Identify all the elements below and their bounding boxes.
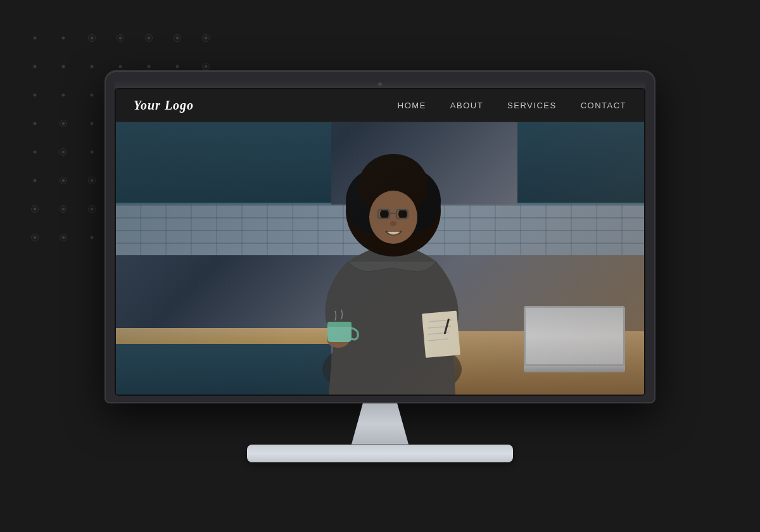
site-navbar: Your Logo HOME ABOUT SERVICES CONTACT xyxy=(116,89,644,122)
site-hero xyxy=(116,122,644,395)
nav-link-services[interactable]: SERVICES xyxy=(507,101,557,110)
nav-link-home[interactable]: HOME xyxy=(398,101,426,110)
nav-link-about[interactable]: ABOUT xyxy=(450,101,483,110)
hero-scene xyxy=(116,122,644,395)
website: Your Logo HOME ABOUT SERVICES CONTACT xyxy=(116,89,644,395)
monitor-camera-bar xyxy=(115,80,645,88)
monitor-stand-neck xyxy=(323,403,437,445)
hero-overlay xyxy=(116,122,644,395)
nav-item-home[interactable]: HOME xyxy=(398,99,426,111)
monitor-camera xyxy=(378,82,382,86)
nav-item-services[interactable]: SERVICES xyxy=(507,99,557,111)
site-logo: Your Logo xyxy=(134,98,194,113)
monitor-screen: Your Logo HOME ABOUT SERVICES CONTACT xyxy=(115,88,645,396)
nav-item-contact[interactable]: CONTACT xyxy=(581,99,626,111)
nav-item-about[interactable]: ABOUT xyxy=(450,99,483,111)
site-nav-links: HOME ABOUT SERVICES CONTACT xyxy=(398,99,626,111)
monitor: Your Logo HOME ABOUT SERVICES CONTACT xyxy=(104,70,656,462)
monitor-body: Your Logo HOME ABOUT SERVICES CONTACT xyxy=(104,70,656,403)
monitor-stand-base xyxy=(247,445,513,462)
nav-link-contact[interactable]: CONTACT xyxy=(581,101,626,110)
